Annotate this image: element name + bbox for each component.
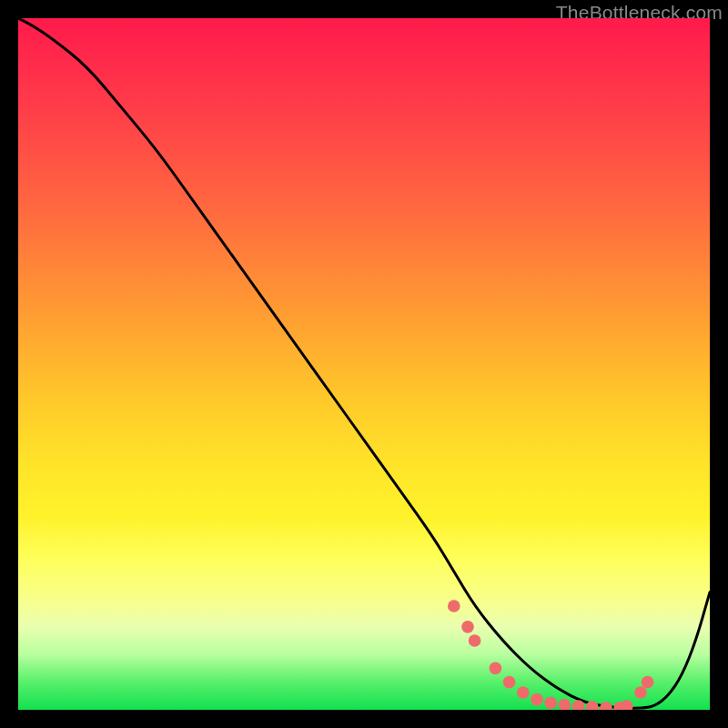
marker-dot: [572, 700, 585, 710]
curve-path: [18, 18, 710, 708]
marker-dot: [461, 621, 474, 633]
marker-dot: [613, 702, 626, 710]
marker-dot: [642, 676, 654, 689]
marker-dot: [469, 634, 481, 647]
plot-area: [18, 18, 710, 710]
marker-dot: [621, 700, 633, 710]
chart-svg: [18, 18, 710, 710]
marker-dot: [531, 693, 543, 706]
marker-dot: [586, 701, 599, 710]
marker-dot: [448, 600, 460, 612]
marker-dot: [503, 676, 516, 689]
marker-dot: [544, 697, 557, 710]
marker-dot: [517, 686, 530, 699]
marker-dot: [490, 662, 502, 675]
marker-dot: [634, 686, 647, 699]
marker-dot: [559, 699, 571, 710]
chart-stage: TheBottleneck.com: [0, 0, 728, 728]
marker-dot: [600, 702, 612, 710]
